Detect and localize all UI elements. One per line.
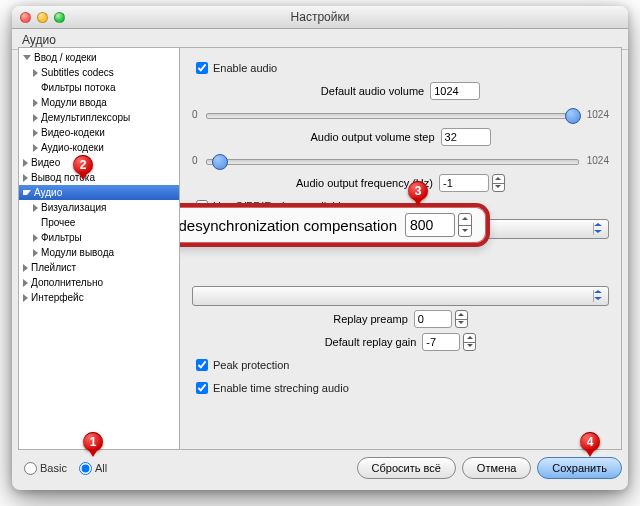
- window-title: Настройки: [12, 10, 628, 24]
- stretch-checkbox[interactable]: [196, 382, 208, 394]
- tree-stream-output[interactable]: Вывод потока: [19, 170, 179, 185]
- titlebar: Настройки: [12, 6, 628, 29]
- zoom-icon[interactable]: [54, 12, 65, 23]
- replay-preamp-label: Replay preamp: [333, 313, 408, 325]
- tree-filters[interactable]: Фильтры: [19, 230, 179, 245]
- mode-all[interactable]: All: [79, 462, 107, 475]
- replay-preamp-field[interactable]: [414, 310, 452, 328]
- default-volume-slider[interactable]: [206, 106, 579, 122]
- freq-field[interactable]: [439, 174, 489, 192]
- default-replay-gain-field[interactable]: [422, 333, 460, 351]
- desync-stepper[interactable]: [458, 213, 472, 237]
- default-replay-gain-label: Default replay gain: [325, 336, 417, 348]
- settings-panel: Enable audio Default audio volume 0 1024…: [180, 47, 622, 450]
- peak-label: Peak protection: [213, 359, 289, 371]
- slider1-min: 0: [192, 109, 198, 120]
- tree-video[interactable]: Видео: [19, 155, 179, 170]
- slider2-min: 0: [192, 155, 198, 166]
- workarea: Ввод / кодеки Subtitles codecs Фильтры п…: [18, 47, 622, 450]
- stretch-label: Enable time streching audio: [213, 382, 349, 394]
- tree-interface[interactable]: Интерфейс: [19, 290, 179, 305]
- tree-subtitles-codecs[interactable]: Subtitles codecs: [19, 65, 179, 80]
- tree-demuxers[interactable]: Демультиплексоры: [19, 110, 179, 125]
- tree-playlist[interactable]: Плейлист: [19, 260, 179, 275]
- desync-field[interactable]: [405, 213, 455, 237]
- cancel-button[interactable]: Отмена: [462, 457, 531, 479]
- slider1-max: 1024: [587, 109, 609, 120]
- tree-misc[interactable]: Прочее: [19, 215, 179, 230]
- freq-stepper[interactable]: [492, 174, 505, 192]
- default-volume-field[interactable]: [430, 82, 480, 100]
- tree-advanced[interactable]: Дополнительно: [19, 275, 179, 290]
- tree-input-modules[interactable]: Модули ввода: [19, 95, 179, 110]
- traffic-lights: [12, 12, 65, 23]
- enable-audio-label: Enable audio: [213, 62, 277, 74]
- freq-label: Audio output frequency (Hz): [296, 177, 433, 189]
- peak-checkbox[interactable]: [196, 359, 208, 371]
- tree-video-codecs[interactable]: Видео-кодеки: [19, 125, 179, 140]
- volume-step-label: Audio output volume step: [310, 131, 434, 143]
- tree-stream-filters[interactable]: Фильтры потока: [19, 80, 179, 95]
- replay-preamp-stepper[interactable]: [455, 310, 468, 328]
- default-volume-label: Default audio volume: [321, 85, 424, 97]
- tree-output-modules[interactable]: Модули вывода: [19, 245, 179, 260]
- mode-basic[interactable]: Basic: [24, 462, 67, 475]
- tree-audio-codecs[interactable]: Аудио-кодеки: [19, 140, 179, 155]
- category-tree[interactable]: Ввод / кодеки Subtitles codecs Фильтры п…: [18, 47, 180, 450]
- tree-audio[interactable]: Аудио: [19, 185, 179, 200]
- enable-audio-checkbox[interactable]: [196, 62, 208, 74]
- desync-label: Audio desynchronization compensation: [180, 217, 397, 234]
- tree-input-codecs[interactable]: Ввод / кодеки: [19, 50, 179, 65]
- volume-step-field[interactable]: [441, 128, 491, 146]
- volume-step-slider[interactable]: [206, 152, 579, 168]
- default-replay-gain-stepper[interactable]: [463, 333, 476, 351]
- reset-button[interactable]: Сбросить всё: [357, 457, 456, 479]
- footer: Basic All Сбросить всё Отмена Сохранить: [18, 454, 622, 482]
- tree-visualization[interactable]: Визуализация: [19, 200, 179, 215]
- desync-callout: Audio desynchronization compensation: [180, 203, 490, 247]
- save-button[interactable]: Сохранить: [537, 457, 622, 479]
- slider2-max: 1024: [587, 155, 609, 166]
- minimize-icon[interactable]: [37, 12, 48, 23]
- dropdown-2[interactable]: [192, 286, 609, 306]
- preferences-window: Настройки Аудио Ввод / кодеки Subtitles …: [12, 6, 628, 490]
- close-icon[interactable]: [20, 12, 31, 23]
